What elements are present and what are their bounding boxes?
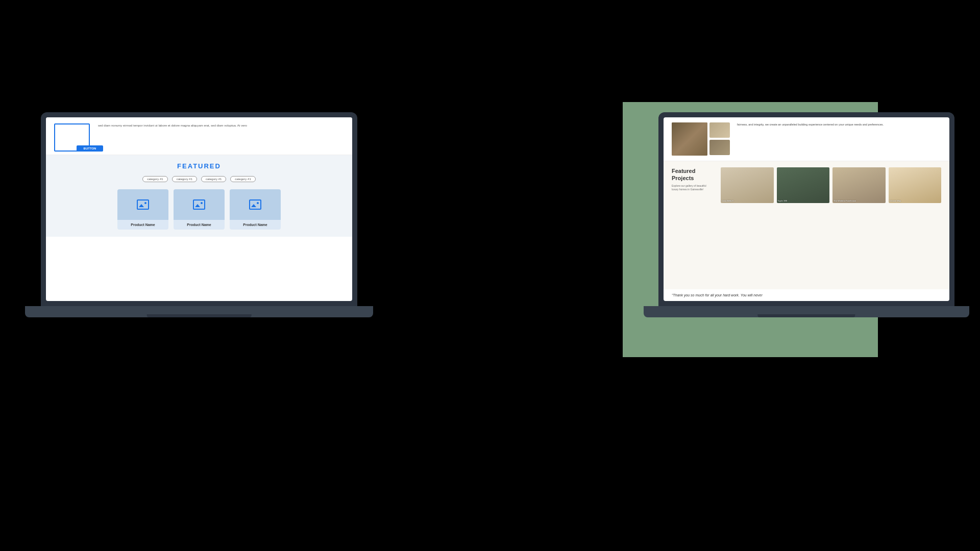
laptop-left-screen: BUTTON sed diam nonumy eirmod tempor inv…: [46, 117, 352, 301]
stair-image-large: [672, 122, 707, 156]
fp-photo-3[interactable]: The Winttera Farmhouse: [832, 167, 886, 203]
featured-title: FEATURED: [54, 162, 344, 170]
fp-subtitle: Explore our gallery of beautiful luxury …: [672, 184, 713, 192]
product-card-1[interactable]: Product Name: [117, 189, 168, 230]
category-pill-2[interactable]: category #1: [172, 176, 197, 182]
fp-photo-2[interactable]: Taylor 389: [777, 167, 830, 203]
featured-projects-section: Featured Projects Explore our gallery of…: [664, 161, 949, 289]
fp-photo-label-3: The Winttera Farmhouse: [834, 199, 856, 202]
fp-header: Featured Projects Explore our gallery of…: [672, 167, 941, 203]
staircase-images: [672, 122, 730, 156]
fp-title-block: Featured Projects Explore our gallery of…: [672, 167, 713, 192]
laptop-right: fairness, and integrity, we create an un…: [658, 112, 954, 327]
fp-photo-4[interactable]: Christie Way: [889, 167, 942, 203]
right-top-text: fairness, and integrity, we create an un…: [737, 122, 941, 127]
product-image-1: [117, 189, 168, 220]
fp-photos: Casa Bella II Taylor 389 The Winttera Fa…: [721, 167, 941, 203]
fp-title: Featured Projects: [672, 167, 713, 182]
fp-photo-1[interactable]: Casa Bella II: [721, 167, 774, 203]
product-card-2[interactable]: Product Name: [174, 189, 225, 230]
product-name-1: Product Name: [129, 220, 157, 230]
laptop-right-shell: fairness, and integrity, we create an un…: [658, 112, 954, 306]
top-button[interactable]: BUTTON: [77, 145, 104, 152]
fp-photo-label-1: Casa Bella II: [722, 199, 733, 202]
fp-photo-label-4: Christie Way: [890, 199, 901, 202]
laptop-right-base: [644, 306, 969, 317]
scene: BUTTON sed diam nonumy eirmod tempor inv…: [0, 0, 980, 551]
product-name-2: Product Name: [185, 220, 213, 230]
product-name-3: Product Name: [241, 220, 269, 230]
stair-img-top-right: [709, 122, 730, 138]
category-row: category #1 category #1 category #1 cate…: [54, 176, 344, 182]
product-grid: Product Name Product Name: [54, 189, 344, 230]
featured-section: FEATURED category #1 category #1 categor…: [46, 155, 352, 237]
category-pill-4[interactable]: category #1: [230, 176, 255, 182]
laptop-right-screen: fairness, and integrity, we create an un…: [664, 117, 949, 301]
stair-img-bottom-right: [709, 140, 730, 155]
category-pill-3[interactable]: category #1: [201, 176, 226, 182]
right-top-section: fairness, and integrity, we create an un…: [664, 117, 949, 161]
product-card-3[interactable]: Product Name: [230, 189, 281, 230]
laptop-left-base: [25, 306, 373, 317]
fp-photo-label-2: Taylor 389: [778, 199, 787, 202]
image-placeholder-icon-2: [193, 199, 205, 210]
left-body-text: sed diam nonumy eirmod tempor invidunt u…: [98, 123, 344, 128]
image-placeholder-icon-3: [249, 199, 261, 210]
right-quote-text: "Thank you so much for all your hard wor…: [664, 289, 949, 301]
laptop-left-shell: BUTTON sed diam nonumy eirmod tempor inv…: [41, 112, 357, 306]
right-screen-content: fairness, and integrity, we create an un…: [664, 117, 949, 301]
left-top-section: BUTTON sed diam nonumy eirmod tempor inv…: [46, 117, 352, 155]
stair-images-small: [709, 122, 730, 156]
category-pill-1[interactable]: category #1: [142, 176, 167, 182]
image-placeholder-icon-1: [137, 199, 149, 210]
product-image-3: [230, 189, 281, 220]
product-image-2: [174, 189, 225, 220]
laptop-left: BUTTON sed diam nonumy eirmod tempor inv…: [41, 112, 357, 327]
